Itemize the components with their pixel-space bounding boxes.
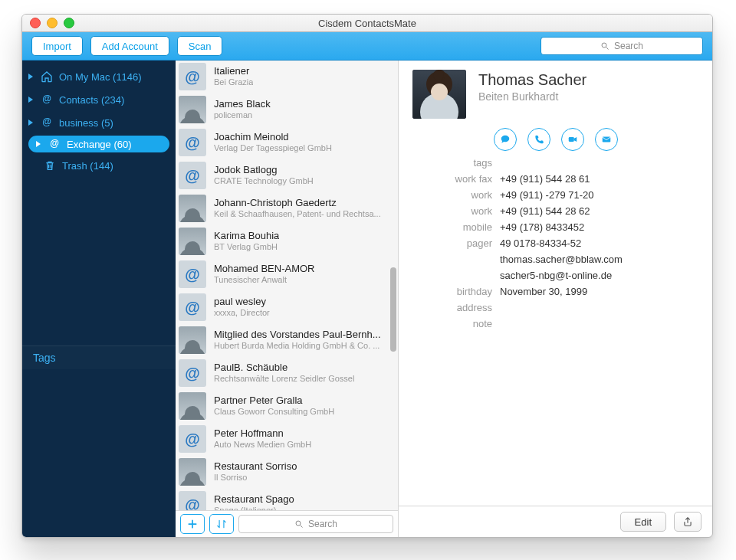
email-label: [416, 270, 492, 281]
contact-row[interactable]: @Joachim MeinoldVerlag Der Tagesspiegel …: [176, 126, 398, 159]
disclosure-icon: [28, 120, 34, 126]
add-account-button[interactable]: Add Account: [90, 36, 169, 56]
contact-row-sub: Il Sorriso: [214, 473, 297, 483]
contact-row-name: Karima Bouhia: [214, 231, 279, 242]
sidebar-item-exchange[interactable]: @ Exchange (60): [28, 136, 169, 152]
app-window: Cisdem ContactsMate Import Add Account S…: [21, 14, 713, 538]
toolbar: Import Add Account Scan Search: [22, 32, 712, 61]
contact-row[interactable]: James Blackpoliceman: [176, 93, 398, 126]
contact-row-sub: Claus Goworr Consulting GmbH: [214, 407, 334, 417]
contact-row-name: Jodok Batlogg: [214, 165, 314, 176]
share-button[interactable]: [674, 512, 702, 532]
window-zoom-button[interactable]: [64, 18, 74, 28]
sidebar-item-label: Contacts (234): [59, 94, 124, 106]
video-button[interactable]: [561, 128, 584, 151]
contact-row[interactable]: @PaulB. SchäubleRechtsanwälte Lorenz Sei…: [176, 357, 398, 390]
add-contact-button[interactable]: [180, 514, 205, 534]
sidebar-item-label: On My Mac (1146): [59, 71, 142, 83]
svg-rect-8: [602, 137, 610, 142]
call-button[interactable]: [527, 128, 550, 151]
email-value[interactable]: sacher5-nbg@t-online.de: [500, 270, 695, 281]
edit-button[interactable]: Edit: [620, 512, 666, 532]
contact-row-sub: Hubert Burda Media Holding GmbH & Co. ..…: [214, 341, 381, 351]
contact-list[interactable]: @ItalienerBei GraziaJames Blackpoliceman…: [176, 61, 398, 510]
contact-row[interactable]: @Mohamed BEN-AMORTunesischer Anwalt: [176, 258, 398, 291]
avatar-person: [179, 458, 206, 486]
window-minimize-button[interactable]: [47, 18, 58, 28]
contact-row-name: James Black: [214, 99, 271, 110]
email-value[interactable]: thomas.sacher@bblaw.com: [500, 254, 695, 265]
phone-value[interactable]: 49 0178-84334-52: [500, 237, 695, 249]
scrollbar-thumb[interactable]: [390, 267, 396, 352]
phone-label: mobile: [416, 221, 492, 233]
avatar-at: @: [179, 359, 206, 387]
sort-button[interactable]: [209, 514, 234, 534]
svg-point-0: [602, 43, 606, 47]
avatar-at: @: [179, 129, 206, 156]
contact-row[interactable]: @ItalienerBei Grazia: [176, 61, 398, 93]
sidebar-tags-label: Tags: [33, 352, 56, 364]
email-button[interactable]: [595, 128, 618, 151]
address-label: address: [416, 302, 492, 313]
sidebar-tags-header[interactable]: Tags: [22, 345, 176, 369]
search-placeholder-top: Search: [614, 41, 643, 51]
phone-value[interactable]: +49 (178) 8433452: [500, 221, 695, 233]
contact-list-search[interactable]: Search: [238, 515, 393, 533]
contact-row-sub: Spago (Italiener): [214, 506, 294, 510]
phone-value[interactable]: +49 (911) -279 71-20: [500, 189, 695, 201]
sidebar-item-trash[interactable]: Trash (144): [22, 154, 176, 177]
contact-row-name: Partner Peter Gralla: [214, 395, 334, 407]
phone-value[interactable]: +49 (911) 544 28 62: [500, 205, 695, 217]
sidebar-item-onmymac[interactable]: On My Mac (1146): [22, 65, 176, 88]
disclosure-icon: [36, 141, 42, 147]
contact-row-sub: Rechtsanwälte Lorenz Seidler Gossel: [214, 374, 354, 384]
sidebar-item-contacts[interactable]: @ Contacts (234): [22, 88, 176, 111]
import-button[interactable]: Import: [31, 36, 83, 56]
contact-row[interactable]: @Restaurant SpagoSpago (Italiener): [176, 489, 398, 510]
contact-row[interactable]: Mitglied des Vorstandes Paul-Bernh...Hub…: [176, 324, 398, 357]
contact-row-name: Mohamed BEN-AMOR: [214, 264, 314, 275]
sidebar-item-business[interactable]: @ business (5): [22, 111, 176, 134]
contact-row[interactable]: @Jodok BatloggCRATE Technology GmbH: [176, 159, 398, 192]
avatar-at: @: [179, 425, 206, 453]
contact-row[interactable]: Restaurant SorrisoIl Sorriso: [176, 456, 398, 489]
mail-icon: [601, 134, 612, 145]
contact-row-sub: policeman: [214, 110, 271, 120]
sidebar-item-label: Trash (144): [62, 160, 113, 172]
phone-value[interactable]: +49 (911) 544 28 61: [500, 173, 695, 185]
window-close-button[interactable]: [30, 18, 41, 28]
avatar-person: [179, 392, 206, 420]
contact-row-name: Joachim Meinold: [214, 132, 332, 143]
note-value: [500, 318, 695, 329]
contact-row-sub: Verlag Der Tagesspiegel GmbH: [214, 143, 332, 153]
email-label: [416, 254, 492, 265]
plus-icon: [187, 519, 198, 529]
titlebar: Cisdem ContactsMate: [22, 15, 712, 32]
svg-text:@: @: [42, 116, 51, 127]
contact-row-name: Peter Hoffmann: [214, 428, 311, 440]
home-icon: [41, 70, 53, 83]
contact-row-sub: Bei Grazia: [214, 77, 253, 87]
sidebar: On My Mac (1146) @ Contacts (234) @ busi…: [22, 61, 176, 537]
contact-row[interactable]: Karima BouhiaBT Verlag GmbH: [176, 225, 398, 258]
avatar-at: @: [179, 260, 206, 288]
contact-list-panel: @ItalienerBei GraziaJames Blackpoliceman…: [176, 61, 399, 537]
scan-button[interactable]: Scan: [177, 36, 223, 56]
contact-row[interactable]: @Peter HoffmannAuto News Medien GmbH: [176, 423, 398, 456]
contact-row[interactable]: Partner Peter GrallaClaus Goworr Consult…: [176, 390, 398, 423]
contact-row[interactable]: Johann-Christoph GaedertzKeil & Schaafha…: [176, 192, 398, 225]
contact-name: Thomas Sacher: [478, 71, 586, 89]
message-button[interactable]: [494, 128, 517, 151]
contact-row-sub: Keil & Schaafhausen, Patent- und Rechtsa…: [214, 209, 381, 219]
avatar-person: [179, 195, 206, 222]
search-field-top[interactable]: Search: [540, 37, 703, 55]
contact-row-name: PaulB. Schäuble: [214, 362, 354, 374]
contact-row[interactable]: @paul wesleyxxxxa, Director: [176, 291, 398, 324]
contact-row-name: paul wesley: [214, 296, 270, 308]
avatar-at: @: [179, 63, 206, 90]
svg-point-5: [296, 521, 301, 526]
contact-photo[interactable]: [412, 70, 466, 119]
search-icon: [294, 519, 304, 529]
avatar-person: [179, 326, 206, 354]
avatar-person: [179, 96, 206, 123]
